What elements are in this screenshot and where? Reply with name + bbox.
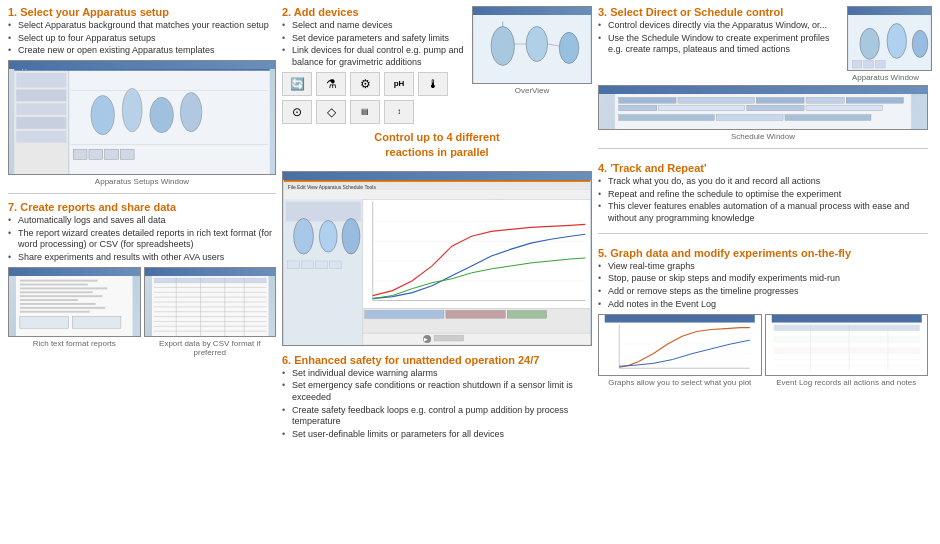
device-icon-pressure: ⊙ bbox=[282, 100, 312, 124]
svg-rect-108 bbox=[619, 115, 715, 121]
reports-screenshots: Rich text format reports bbox=[8, 267, 276, 357]
svg-rect-68 bbox=[288, 261, 300, 269]
svg-rect-31 bbox=[72, 316, 121, 328]
svg-text:AVA - Automated...: AVA - Automated... bbox=[288, 174, 338, 180]
svg-rect-16 bbox=[89, 149, 103, 159]
section-7-bullet-2: The report wizard creates detailed repor… bbox=[8, 228, 276, 251]
separator-3 bbox=[598, 233, 928, 234]
svg-rect-100 bbox=[678, 97, 754, 103]
svg-point-90 bbox=[860, 28, 879, 59]
svg-rect-22 bbox=[20, 283, 88, 285]
rich-text-caption: Rich text format reports bbox=[8, 339, 141, 348]
graph-img-1 bbox=[598, 314, 762, 376]
separator-1 bbox=[8, 193, 276, 194]
svg-rect-17 bbox=[105, 149, 119, 159]
svg-rect-26 bbox=[20, 299, 78, 301]
schedule-window-screenshot: Schedule Window bbox=[598, 85, 928, 130]
left-column: 1. Select your Apparatus setup Select Ap… bbox=[8, 6, 276, 538]
section-4-bullet-2: Repeat and refine the schedule to optimi… bbox=[598, 189, 928, 201]
section-1-bullet-1: Select Apparatus background that matches… bbox=[8, 20, 276, 32]
svg-rect-71 bbox=[329, 261, 341, 269]
svg-rect-112 bbox=[605, 322, 755, 374]
apparatus-setup-screenshot: Apparatus bbox=[8, 60, 276, 175]
section-1-bullet-2: Select up to four Apparatus setups bbox=[8, 33, 276, 45]
overview-caption: OverView bbox=[472, 86, 592, 95]
section-6: 6. Enhanced safety for unattended operat… bbox=[282, 354, 592, 442]
svg-rect-70 bbox=[315, 261, 327, 269]
section-1-title: 1. Select your Apparatus setup bbox=[8, 6, 276, 18]
overview-screenshot bbox=[472, 6, 592, 84]
device-icon-probe: ↕ bbox=[384, 100, 414, 124]
svg-rect-15 bbox=[73, 149, 87, 159]
section-1-caption: Apparatus Setups Window bbox=[8, 177, 276, 186]
svg-rect-102 bbox=[806, 97, 844, 103]
csv-svg bbox=[145, 268, 276, 336]
section-5-bullet-4: Add notes in the Event Log bbox=[598, 299, 928, 311]
section-2-bullet-1: Select and name devices bbox=[282, 20, 466, 32]
section-1-bullets: Select Apparatus background that matches… bbox=[8, 20, 276, 57]
rich-text-svg bbox=[9, 268, 140, 336]
svg-rect-95 bbox=[875, 60, 885, 68]
graph-caption-2: Event Log records all actions and notes bbox=[765, 378, 929, 387]
section-3-bullets: Control devices directly via the Apparat… bbox=[598, 20, 839, 56]
svg-point-9 bbox=[91, 95, 115, 134]
svg-rect-96 bbox=[615, 86, 911, 94]
svg-rect-101 bbox=[756, 97, 804, 103]
svg-rect-33 bbox=[151, 276, 268, 336]
svg-rect-80 bbox=[365, 310, 444, 318]
svg-rect-82 bbox=[507, 310, 547, 318]
svg-rect-27 bbox=[20, 303, 96, 305]
section-2-bullet-3: Link devices for dual control e.g. pump … bbox=[282, 45, 466, 68]
svg-rect-7 bbox=[16, 131, 66, 143]
schedule-window-caption: Schedule Window bbox=[598, 132, 928, 141]
svg-rect-62 bbox=[284, 189, 590, 199]
svg-rect-34 bbox=[153, 278, 266, 283]
section-5-bullet-2: Stop, pause or skip steps and modify exp… bbox=[598, 273, 928, 285]
section-7-title: 7. Create reports and share data bbox=[8, 201, 276, 213]
section-7-bullet-3: Share experiments and results with other… bbox=[8, 252, 276, 264]
apparatus-setup-svg: Apparatus bbox=[9, 61, 275, 174]
svg-rect-29 bbox=[20, 311, 90, 313]
svg-rect-0 bbox=[14, 61, 269, 71]
section-3: 3. Select Direct or Schedule control Con… bbox=[598, 6, 928, 141]
svg-rect-110 bbox=[785, 115, 871, 121]
middle-column: 2. Add devices Select and name devices S… bbox=[282, 6, 592, 538]
separator-2 bbox=[598, 148, 928, 149]
svg-text:Schedule Window: Schedule Window bbox=[617, 89, 656, 94]
device-icon-funnel: ⚗ bbox=[316, 72, 346, 96]
device-icon-balance: ▤ bbox=[350, 100, 380, 124]
svg-text:File  Edit  View  Apparatus  S: File Edit View Apparatus Schedule Tools bbox=[288, 184, 377, 189]
graph-svg-1 bbox=[599, 315, 761, 375]
svg-rect-24 bbox=[20, 291, 93, 293]
section-4-bullets: Track what you do, as you do it and reco… bbox=[598, 176, 928, 225]
overview-svg bbox=[473, 7, 591, 83]
graph-img-2 bbox=[765, 314, 929, 376]
svg-point-52 bbox=[491, 26, 514, 65]
device-icon-ph: pH bbox=[384, 72, 414, 96]
svg-point-11 bbox=[150, 97, 174, 132]
section-5: 5. Graph data and modify experiments on-… bbox=[598, 247, 928, 387]
graph-caption-1: Graphs allow you to select what you plot bbox=[598, 378, 762, 387]
svg-rect-4 bbox=[16, 90, 66, 102]
svg-point-65 bbox=[294, 218, 314, 254]
csv-report-img bbox=[144, 267, 277, 337]
svg-rect-99 bbox=[619, 97, 676, 103]
svg-rect-72 bbox=[363, 199, 590, 308]
graph-svg-2 bbox=[766, 315, 928, 375]
apparatus-window-caption: Apparatus Window bbox=[843, 73, 928, 82]
svg-rect-111 bbox=[605, 315, 755, 323]
svg-point-55 bbox=[559, 32, 578, 63]
svg-point-54 bbox=[526, 26, 547, 61]
svg-point-66 bbox=[319, 220, 337, 252]
section-5-title: 5. Graph data and modify experiments on-… bbox=[598, 247, 928, 259]
section-3-bullet-2: Use the Schedule Window to create experi… bbox=[598, 33, 839, 56]
main-ava-svg: AVA - Automated... File Edit View Appara… bbox=[283, 172, 591, 345]
csv-caption: Export data by CSV format if preferred bbox=[144, 339, 277, 357]
page-container: 1. Select your Apparatus setup Select Ap… bbox=[0, 0, 940, 544]
section-1: 1. Select your Apparatus setup Select Ap… bbox=[8, 6, 276, 186]
svg-rect-87 bbox=[848, 7, 930, 15]
svg-rect-86 bbox=[434, 335, 464, 341]
svg-rect-121 bbox=[773, 324, 919, 330]
graph-screenshots: Graphs allow you to select what you plot bbox=[598, 314, 928, 387]
svg-point-91 bbox=[887, 23, 906, 58]
